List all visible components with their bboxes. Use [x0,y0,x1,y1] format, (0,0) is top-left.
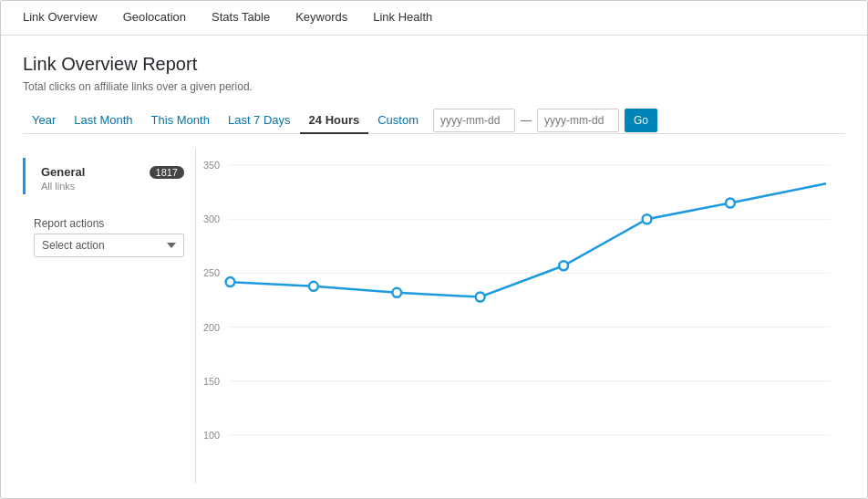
general-label: General [41,165,85,179]
tab-stats-table[interactable]: Stats Table [199,1,283,35]
tab-link-health[interactable]: Link Health [360,1,445,35]
chart-point-5 [643,214,652,224]
main-content: Link Overview Report Total clicks on aff… [1,36,867,498]
chart-point-4 [559,261,568,270]
page-subtitle: Total clicks on affiliate links over a g… [23,80,845,93]
period-tab-last-7-days[interactable]: Last 7 Days [219,108,300,134]
y-label-250: 250 [203,267,220,278]
go-button[interactable]: Go [625,109,657,132]
date-end-input[interactable] [537,109,619,132]
chart-svg: 350 300 250 200 150 100 [203,158,831,469]
general-sublabel: All links [41,181,184,192]
y-label-150: 150 [203,376,220,387]
blue-indicator [23,158,26,194]
tab-keywords[interactable]: Keywords [283,1,360,35]
app-window: Link Overview Geolocation Stats Table Ke… [0,0,868,499]
date-range-inputs: — Go [433,109,657,132]
left-panel: General 1817 All links Report actions Se… [23,149,196,483]
date-range-dash: — [521,114,532,127]
period-tab-custom[interactable]: Custom [368,108,428,134]
period-tab-last-month[interactable]: Last Month [65,108,141,134]
general-section: General 1817 All links [30,158,195,199]
report-area: General 1817 All links Report actions Se… [23,149,845,483]
top-nav: Link Overview Geolocation Stats Table Ke… [1,1,867,36]
y-label-350: 350 [203,160,220,171]
report-actions-select[interactable]: Select action [34,234,184,257]
chart-point-0 [226,277,235,286]
chart-area: 350 300 250 200 150 100 [196,149,845,483]
chart-point-2 [392,288,401,297]
general-header: General 1817 [41,165,184,179]
y-label-200: 200 [203,321,220,332]
general-row: General 1817 All links [23,158,195,199]
report-actions-label: Report actions [23,208,195,234]
period-tab-24-hours[interactable]: 24 Hours [300,108,369,134]
period-tab-this-month[interactable]: This Month [142,108,219,134]
date-start-input[interactable] [433,109,515,132]
tab-link-overview[interactable]: Link Overview [10,1,110,35]
y-label-100: 100 [203,430,220,441]
chart-point-3 [476,293,485,302]
chart-point-1 [309,282,318,291]
period-tabs: Year Last Month This Month Last 7 Days 2… [23,108,845,134]
page-title: Link Overview Report [23,54,845,75]
tab-geolocation[interactable]: Geolocation [110,1,199,35]
general-badge: 1817 [150,166,184,179]
chart-line [230,183,826,296]
y-label-300: 300 [203,213,220,224]
chart-point-6 [726,198,735,207]
period-tab-year[interactable]: Year [23,108,65,134]
